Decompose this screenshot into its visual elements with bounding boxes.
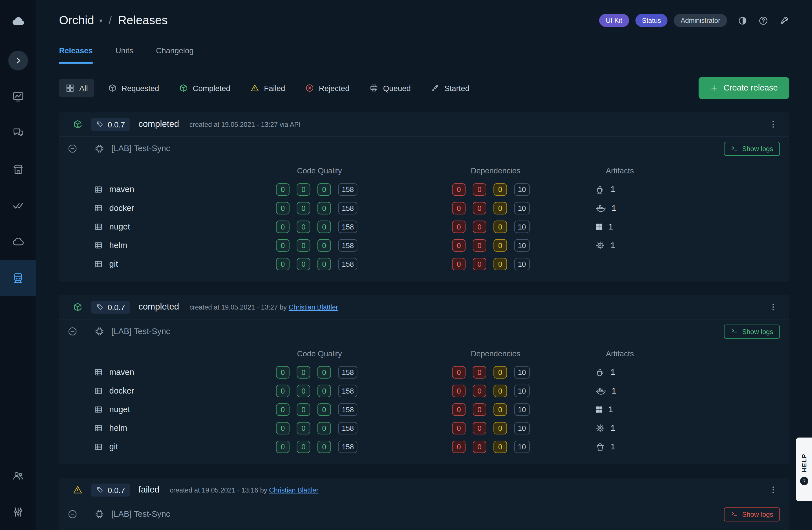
- dependency-total-badge: 10: [514, 422, 530, 435]
- sidebar-item-tasks[interactable]: [0, 188, 37, 224]
- theme-contrast-icon[interactable]: [737, 15, 748, 26]
- dependency-badge: 0: [493, 183, 507, 196]
- quality-badge: 0: [318, 441, 331, 453]
- kebab-menu[interactable]: [766, 116, 781, 132]
- dependency-badge: 0: [452, 258, 465, 270]
- unit-icon: [93, 143, 105, 154]
- tasks-icon: [12, 199, 24, 212]
- main-content: Orchid ▾ / Releases UI Kit Status Admini…: [37, 0, 812, 530]
- java-cup-icon: [595, 367, 605, 378]
- package-check-icon: [72, 119, 83, 129]
- sidebar-item-cloud[interactable]: [0, 223, 37, 260]
- unit-row: [LAB] Test-Sync Show logs: [85, 320, 780, 343]
- cloud-logo-icon: [9, 14, 27, 28]
- dependency-badge: 0: [473, 202, 487, 214]
- filter-started[interactable]: Started: [424, 79, 476, 97]
- artifact-count: 1: [610, 442, 615, 452]
- release-header: 0.0.7 completed created at 19.05.2021 - …: [59, 113, 789, 137]
- dependency-badge: 0: [493, 403, 507, 416]
- quality-badge: 0: [296, 366, 310, 379]
- version-tag: 0.0.7: [91, 300, 130, 313]
- sidebar-expand-button[interactable]: [8, 51, 28, 71]
- sidebar-item-settings[interactable]: [0, 494, 37, 530]
- column-header-code-quality: Code Quality: [276, 349, 363, 357]
- help-tab-label: HELP: [800, 454, 808, 472]
- table-row-git: git 000158 00010 1: [85, 438, 780, 456]
- collapse-button[interactable]: [68, 509, 78, 519]
- sidebar: [0, 0, 37, 530]
- dependency-total-badge: 10: [514, 239, 530, 252]
- quality-badge: 0: [276, 403, 290, 416]
- status-badge: Status: [635, 14, 668, 27]
- quality-badge: 0: [318, 220, 331, 233]
- quality-badge: 0: [296, 202, 310, 214]
- sidebar-item-chat[interactable]: [0, 115, 37, 151]
- filter-completed[interactable]: Completed: [173, 79, 236, 97]
- project-switcher[interactable]: Orchid: [59, 14, 94, 28]
- sidebar-item-users[interactable]: [0, 458, 37, 494]
- filter-rejected[interactable]: Rejected: [299, 79, 356, 97]
- quality-total-badge: 158: [338, 239, 358, 252]
- kebab-menu[interactable]: [766, 299, 781, 315]
- quality-badge: 0: [296, 258, 310, 270]
- dependency-badge: 0: [493, 258, 507, 270]
- chevron-down-icon[interactable]: ▾: [99, 17, 102, 24]
- dependency-badge: 0: [452, 239, 465, 252]
- dependency-badge: 0: [452, 202, 465, 214]
- repository-icon: [93, 222, 103, 232]
- repository-icon: [93, 442, 103, 452]
- dependency-badge: 0: [452, 441, 465, 453]
- tab-units[interactable]: Units: [116, 46, 133, 63]
- show-logs-button[interactable]: Show logs: [724, 142, 780, 156]
- quality-total-badge: 158: [338, 366, 358, 379]
- filter-failed[interactable]: Failed: [244, 79, 291, 97]
- artifact-count: 1: [610, 241, 615, 250]
- printer-icon: [369, 84, 378, 93]
- tab-releases[interactable]: Releases: [59, 46, 93, 63]
- quality-badge: 0: [296, 239, 310, 252]
- repository-icon: [93, 405, 103, 414]
- collapse-button[interactable]: [68, 144, 78, 154]
- dependency-total-badge: 10: [514, 366, 530, 379]
- release-status: completed: [139, 119, 179, 129]
- artifact-count: 1: [611, 386, 616, 396]
- repo-name: nuget: [110, 405, 130, 414]
- help-tab[interactable]: HELP ?: [796, 438, 812, 501]
- filter-requested[interactable]: Requested: [101, 79, 165, 97]
- help-icon[interactable]: [758, 15, 769, 26]
- dependency-badge: 0: [473, 366, 487, 379]
- sidebar-item-releases[interactable]: [0, 260, 37, 296]
- release-header: 0.0.7 failed created at 19.05.2021 - 13:…: [59, 478, 789, 502]
- repo-name: helm: [110, 424, 128, 433]
- kebab-menu[interactable]: [766, 482, 781, 498]
- quality-badge: 0: [276, 183, 290, 196]
- tools-icon[interactable]: [779, 15, 789, 26]
- show-logs-button[interactable]: Show logs: [724, 324, 780, 339]
- dependency-total-badge: 10: [514, 183, 530, 196]
- quality-badge: 0: [296, 220, 310, 233]
- repository-icon: [93, 424, 103, 433]
- column-header-code-quality: Code Quality: [276, 166, 363, 175]
- filter-queued[interactable]: Queued: [363, 79, 417, 97]
- author-link[interactable]: Christian Blättler: [269, 486, 318, 494]
- create-release-button[interactable]: Create release: [699, 77, 789, 99]
- users-icon: [12, 470, 24, 482]
- helm-wheel-icon: [595, 423, 605, 433]
- release-card: 0.0.7 completed created at 19.05.2021 - …: [59, 295, 789, 465]
- rocket-icon: [431, 84, 440, 93]
- filter-all[interactable]: All: [59, 79, 94, 97]
- artifact-count: 1: [608, 222, 613, 232]
- quality-badge: 0: [276, 239, 290, 252]
- collapse-button[interactable]: [68, 326, 78, 337]
- ui-kit-badge: UI Kit: [599, 14, 629, 27]
- sidebar-item-analytics[interactable]: [0, 79, 37, 115]
- java-cup-icon: [595, 185, 605, 195]
- dependency-badge: 0: [493, 220, 507, 233]
- repo-name: maven: [110, 185, 134, 194]
- author-link[interactable]: Christian Blättler: [289, 303, 338, 311]
- dependency-total-badge: 10: [514, 202, 530, 214]
- sidebar-item-registry[interactable]: [0, 151, 37, 188]
- tab-changelog[interactable]: Changelog: [156, 46, 193, 63]
- table-row-docker: docker 000158 00010 1: [85, 382, 780, 400]
- show-logs-button[interactable]: Show logs: [724, 507, 780, 521]
